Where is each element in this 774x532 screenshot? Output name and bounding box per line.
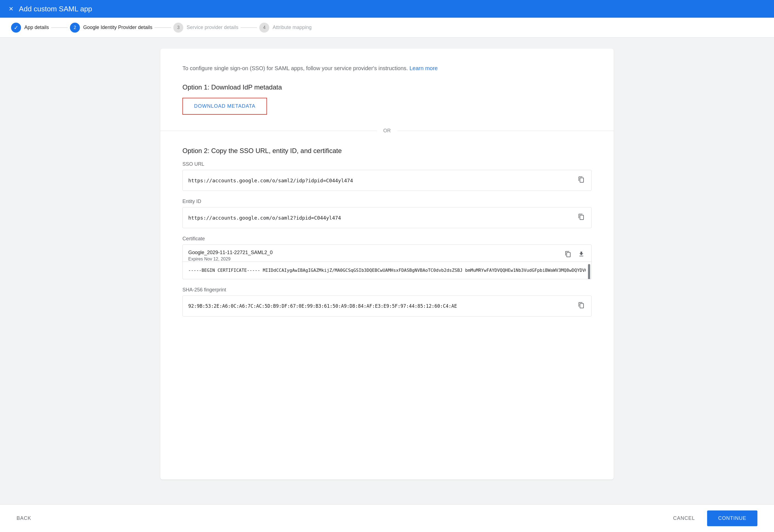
option1-title: Option 1: Download IdP metadata bbox=[182, 83, 592, 91]
cert-text: -----BEGIN CERTIFICATE----- MIIDdCCAIygA… bbox=[188, 267, 586, 274]
step-3-circle: 3 bbox=[173, 23, 183, 33]
step-4-circle: 4 bbox=[259, 23, 269, 33]
back-button[interactable]: BACK bbox=[17, 515, 31, 521]
sha-copy-icon[interactable] bbox=[577, 301, 586, 311]
cert-scrollbar-thumb bbox=[588, 264, 590, 279]
step-4-number: 4 bbox=[263, 25, 266, 30]
sha-row: 92:9B:53:2E:A6:0C:A6:7C:AC:5D:B9:DF:67:0… bbox=[182, 296, 592, 317]
step-3-number: 3 bbox=[177, 25, 180, 30]
step-1-label: App details bbox=[24, 25, 49, 30]
step-1: ✓ App details bbox=[11, 23, 49, 33]
step-3: 3 Service provider details bbox=[173, 23, 238, 33]
continue-button[interactable]: CONTINUE bbox=[707, 510, 757, 526]
cert-info: Google_2029-11-11-22721_SAML2_0 Expires … bbox=[188, 250, 273, 262]
or-divider: OR bbox=[160, 128, 614, 134]
header: × Add custom SAML app bbox=[0, 0, 774, 18]
header-title: Add custom SAML app bbox=[19, 5, 92, 13]
step-connector-2 bbox=[154, 27, 171, 28]
card: To configure single sign-on (SSO) for SA… bbox=[160, 49, 614, 480]
cert-expires: Expires Nov 12, 2029 bbox=[188, 257, 273, 262]
entity-id-value: https://accounts.google.com/o/saml2?idpi… bbox=[188, 215, 577, 221]
cert-name: Google_2029-11-11-22721_SAML2_0 bbox=[188, 250, 273, 256]
step-2-circle: 2 bbox=[70, 23, 80, 33]
checkmark-icon: ✓ bbox=[14, 24, 19, 31]
cert-copy-icon[interactable] bbox=[563, 250, 572, 260]
step-4-label: Attribute mapping bbox=[273, 25, 312, 30]
entity-id-field: https://accounts.google.com/o/saml2?idpi… bbox=[182, 207, 592, 228]
step-3-label: Service provider details bbox=[186, 25, 238, 30]
or-label: OR bbox=[377, 128, 397, 134]
footer: BACK CANCEL CONTINUE bbox=[0, 504, 774, 532]
download-metadata-button[interactable]: DOWNLOAD METADATA bbox=[182, 98, 267, 115]
entity-id-copy-icon[interactable] bbox=[577, 212, 586, 223]
sso-url-label: SSO URL bbox=[182, 161, 592, 167]
certificate-label: Certificate bbox=[182, 236, 592, 242]
option1-section: Option 1: Download IdP metadata DOWNLOAD… bbox=[182, 83, 592, 128]
sso-url-copy-icon[interactable] bbox=[577, 175, 586, 186]
main-content: To configure single sign-on (SSO) for SA… bbox=[0, 38, 774, 532]
option2-title: Option 2: Copy the SSO URL, entity ID, a… bbox=[182, 147, 592, 155]
step-2-number: 2 bbox=[74, 25, 76, 30]
cert-icons bbox=[563, 250, 586, 260]
step-connector-3 bbox=[241, 27, 257, 28]
step-connector-1 bbox=[51, 27, 68, 28]
step-4: 4 Attribute mapping bbox=[259, 23, 312, 33]
option2-section: Option 2: Copy the SSO URL, entity ID, a… bbox=[182, 147, 592, 317]
sso-url-field: https://accounts.google.com/o/saml2/idp?… bbox=[182, 170, 592, 191]
intro-text: To configure single sign-on (SSO) for SA… bbox=[182, 64, 592, 72]
step-1-circle: ✓ bbox=[11, 23, 21, 33]
cert-scrollbar[interactable] bbox=[588, 264, 590, 277]
cert-content[interactable]: -----BEGIN CERTIFICATE----- MIIDdCCAIygA… bbox=[182, 262, 592, 279]
sha-value: 92:9B:53:2E:A6:0C:A6:7C:AC:5D:B9:DF:67:0… bbox=[188, 303, 577, 309]
learn-more-link[interactable]: Learn more bbox=[409, 65, 438, 71]
stepper: ✓ App details 2 Google Identity Provider… bbox=[0, 18, 774, 38]
cert-header: Google_2029-11-11-22721_SAML2_0 Expires … bbox=[182, 244, 592, 262]
footer-right-actions: CANCEL CONTINUE bbox=[665, 510, 757, 526]
step-2-label: Google Identity Provider details bbox=[83, 25, 152, 30]
close-icon[interactable]: × bbox=[9, 5, 13, 13]
sso-url-value: https://accounts.google.com/o/saml2/idp?… bbox=[188, 178, 577, 183]
cert-download-icon[interactable] bbox=[577, 250, 586, 260]
entity-id-label: Entity ID bbox=[182, 199, 592, 204]
sha-label: SHA-256 fingerprint bbox=[182, 287, 592, 293]
cancel-button[interactable]: CANCEL bbox=[665, 510, 703, 526]
step-2: 2 Google Identity Provider details bbox=[70, 23, 152, 33]
